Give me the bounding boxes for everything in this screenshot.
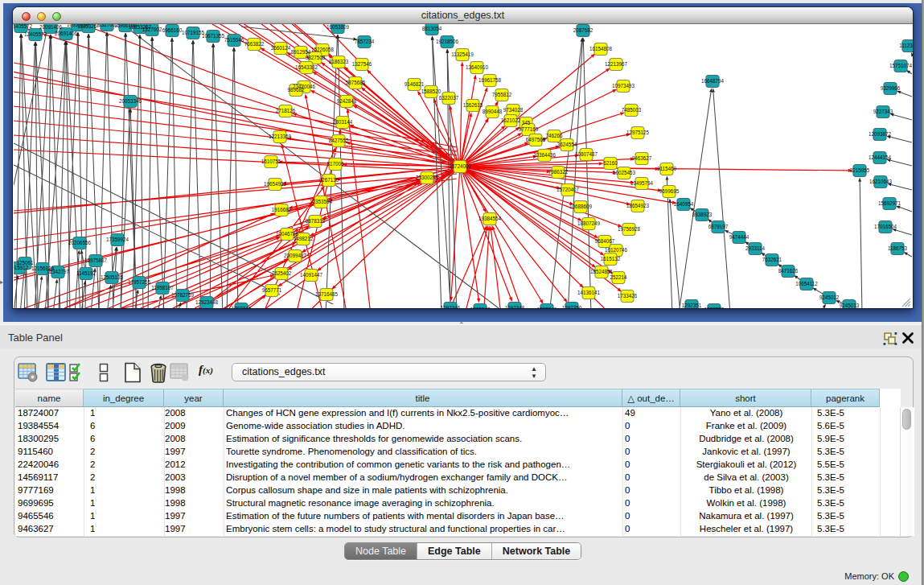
svg-text:17016504: 17016504 <box>874 224 897 229</box>
svg-text:1615132: 1615132 <box>601 256 621 262</box>
svg-text:15720407: 15720407 <box>556 187 580 192</box>
svg-text:9242848: 9242848 <box>337 98 357 104</box>
svg-text:1292352: 1292352 <box>704 307 725 308</box>
svg-text:7485003: 7485003 <box>622 107 642 113</box>
svg-text:16543382: 16543382 <box>295 64 318 70</box>
svg-text:7625402: 7625402 <box>272 270 292 276</box>
svg-text:13716485: 13716485 <box>315 291 339 297</box>
svg-text:3624554: 3624554 <box>557 142 577 147</box>
svg-text:9777169: 9777169 <box>519 126 539 132</box>
svg-text:9245012: 9245012 <box>819 295 840 300</box>
svg-text:9463627: 9463627 <box>632 155 652 161</box>
svg-text:10025453: 10025453 <box>613 170 636 175</box>
svg-text:15751074: 15751074 <box>889 63 913 68</box>
svg-text:1112345: 1112345 <box>899 43 913 48</box>
svg-text:2803144: 2803144 <box>333 119 353 125</box>
svg-text:10654112: 10654112 <box>795 281 818 286</box>
svg-text:8990448: 8990448 <box>483 109 503 114</box>
svg-text:252214: 252214 <box>610 274 627 280</box>
svg-text:1292347: 1292347 <box>470 307 491 308</box>
svg-text:989682: 989682 <box>287 87 305 93</box>
svg-text:10671355: 10671355 <box>202 33 225 39</box>
svg-text:1362615: 1362615 <box>463 102 483 108</box>
svg-text:1186753: 1186753 <box>888 245 908 251</box>
svg-text:345: 345 <box>522 120 531 126</box>
svg-text:1292346: 1292346 <box>441 305 461 308</box>
svg-text:7857234: 7857234 <box>355 39 375 44</box>
svg-text:20691406: 20691406 <box>55 31 78 36</box>
svg-text:1145192: 1145192 <box>76 270 97 276</box>
svg-text:11958107: 11958107 <box>151 285 174 290</box>
svg-text:18654923: 18654923 <box>626 203 650 208</box>
svg-text:1327602: 1327602 <box>142 27 162 32</box>
svg-text:6966160: 6966160 <box>162 27 183 33</box>
svg-text:1916682: 1916682 <box>272 207 292 212</box>
svg-text:13975887: 13975887 <box>84 257 108 263</box>
svg-text:9734028: 9734028 <box>503 107 524 113</box>
svg-text:20053346: 20053346 <box>119 98 142 104</box>
svg-text:5875685: 5875685 <box>346 80 366 85</box>
svg-text:18724007: 18724007 <box>449 163 472 169</box>
svg-text:16961758: 16961758 <box>478 77 502 83</box>
svg-text:9827508: 9827508 <box>306 55 326 60</box>
svg-text:12444154: 12444154 <box>869 154 892 160</box>
svg-text:8186323: 8186323 <box>329 59 349 64</box>
svg-text:7986322: 7986322 <box>548 169 569 175</box>
svg-text:9227343: 9227343 <box>873 109 893 114</box>
svg-text:20364436: 20364436 <box>533 152 556 158</box>
svg-text:8471626: 8471626 <box>778 268 799 274</box>
svg-text:7663822: 7663822 <box>244 41 265 47</box>
svg-text:10782759: 10782759 <box>171 292 195 298</box>
svg-text:16210643: 16210643 <box>869 179 893 184</box>
svg-text:8878312: 8878312 <box>306 218 326 224</box>
svg-text:23300295: 23300295 <box>416 175 439 180</box>
svg-text:9684067: 9684067 <box>595 238 615 244</box>
svg-text:12923448: 12923448 <box>195 299 219 305</box>
svg-text:1292349: 1292349 <box>537 307 557 308</box>
svg-text:9474444: 9474444 <box>729 234 749 240</box>
svg-text:1640954: 1640954 <box>674 201 694 207</box>
svg-text:16648794: 16648794 <box>701 78 725 84</box>
svg-text:3915912: 3915912 <box>14 265 29 270</box>
svg-text:2087682: 2087682 <box>573 27 593 33</box>
svg-text:10973493: 10973493 <box>612 83 635 89</box>
svg-text:15692971: 15692971 <box>878 200 901 206</box>
svg-text:19654932: 19654932 <box>264 181 287 187</box>
svg-text:8427552: 8427552 <box>329 138 349 143</box>
svg-text:19384554: 19384554 <box>478 216 502 221</box>
svg-text:14091447: 14091447 <box>300 272 323 278</box>
svg-text:10807487: 10807487 <box>575 151 598 157</box>
svg-text:18524851: 18524851 <box>590 269 614 274</box>
svg-text:1588520: 1588520 <box>421 89 441 94</box>
svg-text:9699695: 9699695 <box>659 188 680 194</box>
svg-text:20091406: 20091406 <box>39 24 63 30</box>
svg-text:6322037: 6322037 <box>439 95 459 101</box>
svg-text:12213369: 12213369 <box>269 134 292 139</box>
svg-text:10688609: 10688609 <box>569 204 593 209</box>
svg-text:6497568: 6497568 <box>526 137 546 142</box>
svg-text:14136141: 14136141 <box>577 290 601 295</box>
svg-text:16120746: 16120746 <box>605 247 628 253</box>
svg-text:7632621: 7632621 <box>762 257 782 262</box>
svg-text:62160: 62160 <box>603 160 618 166</box>
svg-text:125061: 125061 <box>16 260 34 266</box>
svg-text:817006: 817006 <box>326 161 344 167</box>
svg-text:1292351: 1292351 <box>682 303 702 308</box>
svg-text:20206556: 20206556 <box>68 240 92 245</box>
svg-text:13495794: 13495794 <box>630 180 654 186</box>
svg-text:1292345: 1292345 <box>232 306 252 308</box>
svg-text:16053809: 16053809 <box>326 24 350 30</box>
svg-text:12213967: 12213967 <box>605 61 628 67</box>
svg-text:7515546: 7515546 <box>224 37 244 43</box>
svg-text:9329966: 9329966 <box>881 85 901 91</box>
svg-text:13640910: 13640910 <box>466 64 489 70</box>
svg-text:746266: 746266 <box>545 133 563 138</box>
svg-text:12093872: 12093872 <box>869 131 892 137</box>
svg-text:21405572: 21405572 <box>14 24 32 29</box>
svg-text:1292350: 1292350 <box>562 305 582 308</box>
svg-text:19218506: 19218506 <box>436 39 459 44</box>
svg-text:1327546: 1327546 <box>352 61 372 67</box>
svg-text:8938923: 8938923 <box>692 212 713 217</box>
svg-text:12342797: 12342797 <box>47 269 70 274</box>
svg-text:1292348: 1292348 <box>505 305 525 308</box>
